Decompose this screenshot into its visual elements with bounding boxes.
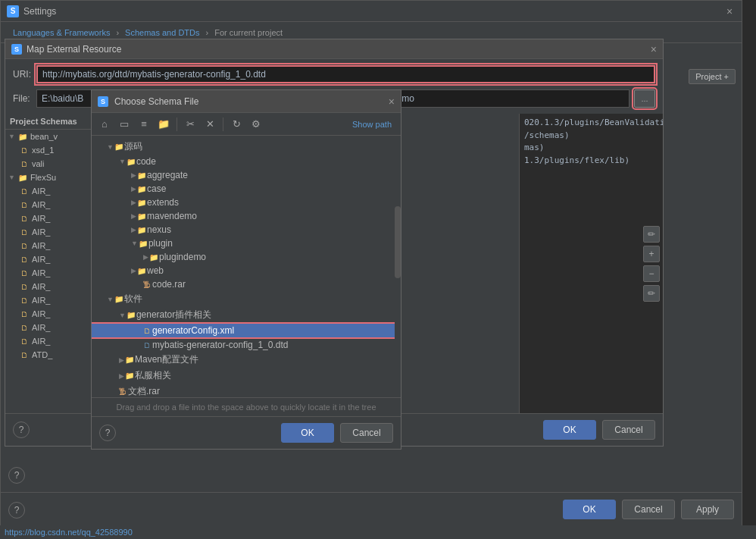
uri-input[interactable]: [36, 65, 655, 83]
main-cancel-button[interactable]: Cancel: [622, 500, 675, 519]
window-close-button[interactable]: ×: [723, 5, 736, 17]
schema-item-xsd[interactable]: 🗋 xsd_1: [5, 143, 99, 157]
choose-schema-icon: S: [98, 96, 108, 107]
tree-item-extends[interactable]: ▶ 📁 extends: [92, 196, 401, 209]
main-apply-button[interactable]: Apply: [681, 500, 734, 519]
tree-item-wendang[interactable]: 🗜 文档.rar: [92, 384, 401, 397]
folder-icon: 📁: [136, 197, 147, 208]
uri-row: URI:: [5, 59, 663, 89]
main-bottom: ? OK Cancel Apply: [1, 492, 742, 526]
tree-item-case[interactable]: ▶ 📁 case: [92, 182, 401, 196]
tree-item-mavendemo[interactable]: ▶ 📁 mavendemo: [92, 209, 401, 223]
dialog-close-button[interactable]: ×: [651, 43, 657, 55]
xml-icon: 🗋: [19, 309, 30, 319]
desktop-button[interactable]: ▭: [116, 116, 133, 133]
schema-item-vali[interactable]: 🗋 vali: [5, 157, 99, 171]
tree-item-generator-config[interactable]: 🗋 generatorConfig.xml: [92, 324, 401, 337]
xml-icon: 🗋: [19, 295, 30, 306]
scrollbar-track[interactable]: [395, 158, 401, 397]
folder-icon: 📁: [114, 142, 124, 152]
xml-icon: 🗋: [19, 322, 30, 333]
tree-item-nexus[interactable]: ▶ 📁 nexus: [92, 223, 401, 237]
drag-hint: Drag and drop a file into the space abov…: [92, 397, 401, 416]
expand-arrow-icon: ▼: [8, 174, 15, 181]
folder-icon: 📁: [136, 224, 147, 235]
folder-icon: 📁: [148, 252, 159, 262]
dialog-title-bar: S Map External Resource ×: [5, 39, 663, 59]
delete-button[interactable]: ✕: [201, 116, 218, 133]
cancel-button[interactable]: Cancel: [602, 420, 655, 440]
expand-icon: ▶: [131, 267, 136, 274]
move-up-button[interactable]: ✏: [643, 285, 660, 302]
choose-schema-cancel-button[interactable]: Cancel: [340, 423, 393, 443]
status-bar: https://blog.csdn.net/qq_42588990: [0, 525, 756, 539]
main-help-2[interactable]: ?: [8, 467, 25, 484]
main-help-button[interactable]: ?: [8, 502, 25, 519]
tree-item-plugindemo[interactable]: ▶ 📁 plugindemo: [92, 250, 401, 264]
help-button[interactable]: ?: [13, 421, 30, 438]
choose-schema-title-label: Choose Schema File: [114, 96, 386, 107]
tree-item-web[interactable]: ▶ 📁 web: [92, 264, 401, 277]
folder-icon: 📁: [126, 156, 136, 167]
schema-item-air4[interactable]: 🗋 AIR_: [5, 225, 99, 239]
new-folder-button[interactable]: 📁: [155, 116, 172, 133]
tree-item-generator-folder[interactable]: ▼ 📁 generator插件相关: [92, 307, 401, 323]
folder-icon: 📁: [124, 371, 135, 381]
tree-item-maven[interactable]: ▶ 📁 Maven配置文件: [92, 352, 401, 368]
xml-icon: 🗋: [19, 199, 30, 210]
schema-item-air10[interactable]: 🗋 AIR_: [5, 307, 99, 321]
schema-item-air7[interactable]: 🗋 AIR_: [5, 266, 99, 280]
scrollbar-thumb[interactable]: [395, 206, 401, 278]
schema-item-air11[interactable]: 🗋 AIR_: [5, 321, 99, 334]
file-tree[interactable]: ▼ 📁 源码 ▼ 📁 code ▶ 📁 aggregate ▶ 📁 case: [92, 136, 401, 397]
schema-item-air12[interactable]: 🗋 AIR_: [5, 334, 99, 348]
breadcrumb-languages[interactable]: Languages & Frameworks: [13, 28, 110, 37]
schema-item-air3[interactable]: 🗋 AIR_: [5, 212, 99, 225]
tree-item-code-rar[interactable]: 🗜 code.rar: [92, 277, 401, 291]
schema-item-air5[interactable]: 🗋 AIR_: [5, 239, 99, 252]
dialog-title: Map External Resource: [27, 44, 651, 55]
dtd-file-icon: 🗋: [142, 340, 152, 350]
project-button[interactable]: Project +: [689, 69, 736, 84]
tree-item-ruanjian[interactable]: ▼ 📁 软件: [92, 291, 401, 307]
browse-button[interactable]: ...: [634, 89, 655, 108]
schema-item-air8[interactable]: 🗋 AIR_: [5, 280, 99, 293]
tree-item-yuanma[interactable]: ▼ 📁 源码: [92, 139, 401, 155]
add-button[interactable]: +: [643, 246, 660, 262]
folder-icon: 📁: [17, 131, 28, 142]
schema-item-flex[interactable]: ▼ 📁 FlexSu: [5, 171, 99, 184]
cut-button[interactable]: ✂: [182, 116, 198, 133]
xml-icon: 🗋: [19, 213, 30, 224]
show-path-button[interactable]: Show path: [348, 118, 396, 130]
tree-item-sifu[interactable]: ▶ 📁 私服相关: [92, 368, 401, 384]
breadcrumb-schemas[interactable]: Schemas and DTDs: [125, 28, 199, 37]
schema-item-air2[interactable]: 🗋 AIR_: [5, 198, 99, 212]
schema-item-air6[interactable]: 🗋 AIR_: [5, 252, 99, 266]
main-ok-button[interactable]: OK: [563, 500, 616, 519]
right-panel-toolbar: ✏ + − ✏: [643, 226, 660, 302]
choose-schema-close-button[interactable]: ×: [389, 96, 395, 108]
tree-item-dtd[interactable]: 🗋 mybatis-generator-config_1_0.dtd: [92, 338, 401, 352]
remove-button[interactable]: −: [643, 265, 660, 282]
tree-item-plugin[interactable]: ▼ 📁 plugin: [92, 237, 401, 250]
archive-icon: 🗜: [142, 279, 152, 290]
code-content: 020.1.3/plugins/BeanValidati /schemas) m…: [520, 114, 663, 170]
schema-item-atd[interactable]: 🗋 ATD_: [5, 348, 99, 362]
refresh-button[interactable]: ↻: [228, 116, 245, 133]
tree-view-button[interactable]: ≡: [136, 116, 152, 133]
settings-button[interactable]: ⚙: [248, 116, 264, 133]
xml-icon: 🗋: [19, 145, 30, 155]
archive-icon: 🗜: [117, 387, 128, 397]
breadcrumb-scope: For current project: [214, 28, 283, 37]
schema-item-air1[interactable]: 🗋 AIR_: [5, 184, 99, 198]
edit-button[interactable]: ✏: [643, 226, 660, 243]
tree-item-aggregate[interactable]: ▶ 📁 aggregate: [92, 168, 401, 182]
home-button[interactable]: ⌂: [96, 116, 113, 133]
schema-item-air9[interactable]: 🗋 AIR_: [5, 293, 99, 307]
choose-schema-ok-button[interactable]: OK: [281, 423, 334, 443]
schema-item-bean[interactable]: ▼ 📁 bean_v: [5, 130, 99, 143]
tree-item-code[interactable]: ▼ 📁 code: [92, 155, 401, 168]
ok-button[interactable]: OK: [543, 420, 596, 440]
choose-schema-help-button[interactable]: ?: [99, 425, 116, 441]
xml-icon: 🗋: [19, 227, 30, 237]
